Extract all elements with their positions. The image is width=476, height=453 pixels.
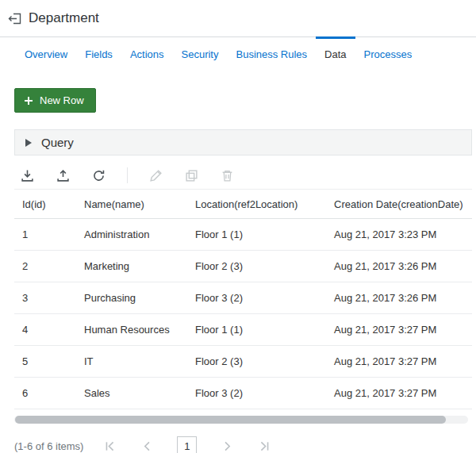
- cell-name: Human Resources: [79, 314, 190, 346]
- tab-business-rules[interactable]: Business Rules: [227, 37, 316, 70]
- pagination: (1-6 of 6 items) 1: [14, 436, 472, 453]
- new-row-label: New Row: [40, 94, 84, 106]
- business-object-icon[interactable]: [8, 13, 21, 25]
- column-header-name[interactable]: Name(name): [79, 190, 190, 219]
- pager-controls: 1: [102, 436, 271, 453]
- cell-id: 3: [14, 282, 79, 314]
- tab-fields[interactable]: Fields: [76, 37, 121, 70]
- cell-name: Sales: [79, 378, 190, 409]
- horizontal-scrollbar[interactable]: [14, 416, 468, 424]
- tab-processes[interactable]: Processes: [355, 37, 421, 70]
- cell-location: Floor 2 (3): [190, 346, 329, 378]
- scrollbar-thumb[interactable]: [15, 416, 446, 424]
- last-page-icon[interactable]: [257, 440, 271, 453]
- cell-creation-date: Aug 21, 2017 3:27 PM: [329, 346, 472, 378]
- cell-id: 4: [14, 314, 79, 346]
- previous-page-icon[interactable]: [140, 440, 154, 453]
- cell-creation-date: Aug 21, 2017 3:23 PM: [329, 219, 472, 251]
- pagination-summary: (1-6 of 6 items): [14, 440, 83, 452]
- download-icon[interactable]: [20, 168, 35, 183]
- expand-caret-icon: [25, 139, 32, 147]
- cell-name: Purchasing: [79, 282, 190, 314]
- table-toolbar: [14, 162, 472, 189]
- query-expander[interactable]: Query: [14, 129, 472, 155]
- delete-icon[interactable]: [220, 168, 235, 183]
- table-row[interactable]: 6 Sales Floor 3 (2) Aug 21, 2017 3:27 PM: [14, 378, 472, 409]
- current-page-indicator[interactable]: 1: [177, 436, 197, 453]
- toolbar-divider: [127, 167, 128, 183]
- column-header-id[interactable]: Id(id): [14, 190, 79, 219]
- plus-icon: [24, 96, 33, 106]
- cell-creation-date: Aug 21, 2017 3:27 PM: [329, 378, 472, 409]
- next-page-icon[interactable]: [220, 440, 234, 453]
- cell-creation-date: Aug 21, 2017 3:26 PM: [329, 282, 472, 314]
- tab-overview[interactable]: Overview: [16, 37, 76, 70]
- cell-location: Floor 2 (3): [190, 251, 329, 282]
- query-label: Query: [41, 136, 74, 149]
- table-row[interactable]: 3 Purchasing Floor 3 (2) Aug 21, 2017 3:…: [14, 282, 472, 314]
- table-row[interactable]: 4 Human Resources Floor 1 (1) Aug 21, 20…: [14, 314, 472, 346]
- data-table: Id(id) Name(name) Location(ref2Location)…: [14, 189, 472, 409]
- cell-creation-date: Aug 21, 2017 3:26 PM: [329, 251, 472, 282]
- table-header-row: Id(id) Name(name) Location(ref2Location)…: [14, 190, 472, 219]
- cell-creation-date: Aug 21, 2017 3:27 PM: [329, 314, 472, 346]
- first-page-icon[interactable]: [102, 440, 117, 453]
- cell-id: 6: [14, 378, 79, 409]
- tab-actions[interactable]: Actions: [121, 37, 173, 70]
- cell-location: Floor 1 (1): [190, 314, 329, 346]
- tab-data[interactable]: Data: [316, 37, 355, 70]
- cell-id: 1: [14, 219, 79, 251]
- table-row[interactable]: 5 IT Floor 2 (3) Aug 21, 2017 3:27 PM: [14, 346, 472, 378]
- tab-security[interactable]: Security: [173, 37, 228, 70]
- upload-icon[interactable]: [56, 168, 71, 183]
- cell-location: Floor 3 (2): [190, 378, 329, 409]
- cell-id: 2: [14, 251, 79, 282]
- edit-icon[interactable]: [148, 168, 163, 183]
- refresh-icon[interactable]: [91, 168, 106, 183]
- cell-location: Floor 3 (2): [190, 282, 329, 314]
- cell-id: 5: [14, 346, 79, 378]
- page-title: Department: [29, 10, 99, 26]
- app-header: Department: [0, 0, 476, 26]
- column-header-location[interactable]: Location(ref2Location): [190, 190, 329, 219]
- cell-name: IT: [79, 346, 190, 378]
- tab-bar: Overview Fields Actions Security Busines…: [0, 36, 476, 70]
- cell-name: Administration: [79, 219, 190, 251]
- column-header-creation-date[interactable]: Creation Date(creationDate): [329, 190, 472, 219]
- new-row-button[interactable]: New Row: [14, 88, 96, 113]
- table-row[interactable]: 1 Administration Floor 1 (1) Aug 21, 201…: [14, 219, 472, 251]
- table-row[interactable]: 2 Marketing Floor 2 (3) Aug 21, 2017 3:2…: [14, 251, 472, 282]
- cell-location: Floor 1 (1): [190, 219, 329, 251]
- cell-name: Marketing: [79, 251, 190, 282]
- duplicate-icon[interactable]: [184, 168, 199, 183]
